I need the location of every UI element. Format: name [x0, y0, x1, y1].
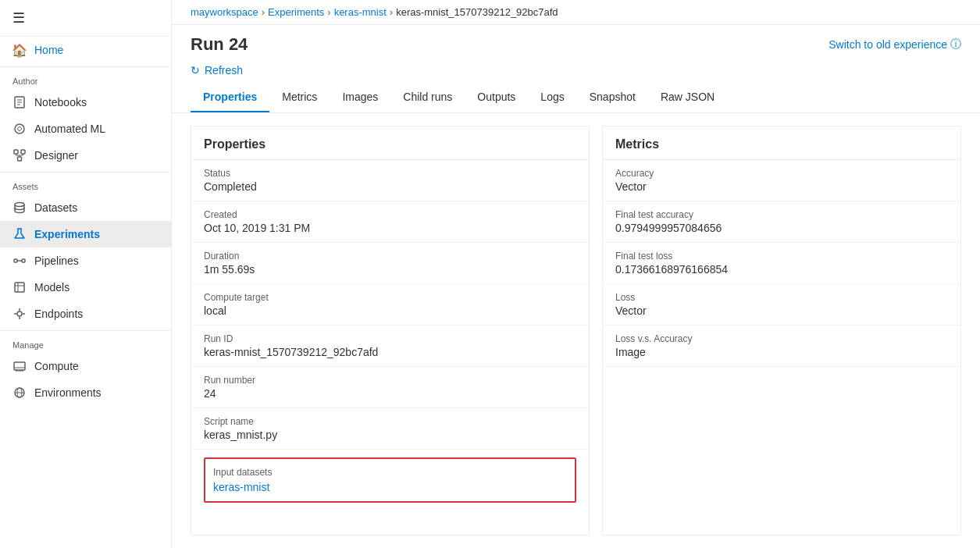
metric-row-loss-vs-accuracy: Loss v.s. Accuracy Image [603, 326, 960, 367]
svg-rect-5 [14, 150, 18, 154]
breadcrumb-current: keras-mnist_1570739212_92bc7afd [396, 6, 558, 18]
page-header: Run 24 Switch to old experience ⓘ [172, 25, 980, 61]
svg-rect-15 [14, 259, 17, 262]
switch-experience-label: Switch to old experience [829, 38, 947, 51]
breadcrumb-keras-mnist[interactable]: keras-mnist [334, 6, 387, 18]
metric-label-loss: Loss [615, 292, 948, 303]
sidebar-item-datasets[interactable]: Datasets [0, 194, 171, 221]
metric-row-loss: Loss Vector [603, 284, 960, 326]
metrics-panel-title: Metrics [603, 126, 960, 160]
input-datasets-box: Input datasets keras-mnist [204, 457, 576, 503]
prop-label-status: Status [204, 168, 576, 179]
breadcrumb-experiments[interactable]: Experiments [268, 6, 324, 18]
svg-rect-16 [22, 259, 25, 262]
metric-label-final-test-loss: Final test loss [615, 251, 948, 262]
prop-value-duration: 1m 55.69s [204, 263, 576, 276]
prop-row-run-number: Run number 24 [191, 367, 589, 408]
tabs-bar: Properties Metrics Images Child runs Out… [172, 83, 980, 113]
prop-row-run-id: Run ID keras-mnist_1570739212_92bc7afd [191, 326, 589, 367]
experiments-label: Experiments [34, 228, 100, 240]
properties-panel-title: Properties [191, 126, 589, 160]
sidebar-item-automated-ml[interactable]: Automated ML [0, 116, 171, 142]
switch-experience-link[interactable]: Switch to old experience ⓘ [829, 37, 961, 52]
metric-value-final-test-accuracy: 0.9794999957084656 [615, 222, 948, 234]
prop-value-run-number: 24 [204, 387, 576, 400]
breadcrumb-sep-3: › [390, 6, 393, 18]
home-label: Home [34, 44, 63, 56]
properties-panel: Properties Status Completed Created Oct … [191, 126, 590, 536]
svg-point-13 [15, 203, 24, 207]
sidebar-item-experiments[interactable]: Experiments [0, 221, 171, 247]
environments-label: Environments [34, 386, 102, 399]
breadcrumb: mayworkspace › Experiments › keras-mnist… [172, 0, 980, 25]
metric-value-loss-vs-accuracy: Image [615, 346, 948, 358]
pipelines-label: Pipelines [34, 254, 79, 267]
sidebar-item-pipelines[interactable]: Pipelines [0, 247, 171, 274]
sidebar: ☰ 🏠 Home Author Notebooks Automated ML D… [0, 0, 172, 548]
sidebar-divider-3 [0, 330, 171, 331]
input-datasets-label: Input datasets [213, 467, 567, 478]
designer-icon [12, 148, 27, 162]
page-title: Run 24 [191, 34, 248, 55]
models-icon [12, 280, 27, 294]
svg-rect-18 [15, 283, 24, 292]
metric-value-final-test-loss: 0.17366168976166854 [615, 263, 948, 276]
automated-ml-label: Automated ML [34, 123, 105, 135]
tab-images[interactable]: Images [330, 83, 390, 112]
manage-section-label: Manage [0, 334, 171, 353]
tab-child-runs[interactable]: Child runs [390, 83, 465, 112]
sidebar-item-endpoints[interactable]: Endpoints [0, 301, 171, 327]
metric-label-final-test-accuracy: Final test accuracy [615, 209, 948, 220]
tab-snapshot[interactable]: Snapshot [577, 83, 648, 112]
tab-metrics[interactable]: Metrics [269, 83, 330, 112]
pipelines-icon [12, 254, 27, 268]
sidebar-header: ☰ [0, 0, 171, 37]
prop-label-run-number: Run number [204, 375, 576, 386]
prop-value-status: Completed [204, 180, 576, 193]
sidebar-divider-1 [0, 66, 171, 67]
refresh-button[interactable]: ↻ Refresh [172, 61, 980, 83]
metrics-panel: Metrics Accuracy Vector Final test accur… [602, 126, 961, 536]
svg-rect-7 [18, 157, 22, 161]
tab-properties[interactable]: Properties [191, 83, 269, 112]
prop-label-script-name: Script name [204, 416, 576, 427]
metric-value-accuracy: Vector [615, 180, 948, 193]
metric-value-loss: Vector [615, 304, 948, 317]
sidebar-item-notebooks[interactable]: Notebooks [0, 89, 171, 116]
svg-rect-6 [21, 150, 25, 154]
prop-label-run-id: Run ID [204, 333, 576, 344]
sidebar-item-compute[interactable]: Compute [0, 353, 171, 379]
tab-logs[interactable]: Logs [528, 83, 576, 112]
metric-row-accuracy: Accuracy Vector [603, 160, 960, 201]
hamburger-icon[interactable]: ☰ [12, 9, 25, 27]
home-nav-item[interactable]: 🏠 Home [0, 37, 171, 63]
input-datasets-link[interactable]: keras-mnist [213, 481, 567, 493]
endpoints-icon [12, 307, 27, 321]
prop-value-compute-target: local [204, 304, 576, 317]
content-area: Properties Status Completed Created Oct … [172, 113, 980, 548]
refresh-icon: ↻ [191, 64, 200, 77]
sidebar-item-models[interactable]: Models [0, 274, 171, 301]
tab-outputs[interactable]: Outputs [465, 83, 528, 112]
prop-value-created: Oct 10, 2019 1:31 PM [204, 222, 576, 234]
metric-row-final-test-accuracy: Final test accuracy 0.9794999957084656 [603, 201, 960, 243]
sidebar-item-designer[interactable]: Designer [0, 142, 171, 169]
notebooks-label: Notebooks [34, 96, 87, 109]
compute-icon [12, 359, 27, 373]
sidebar-item-environments[interactable]: Environments [0, 379, 171, 406]
prop-value-run-id: keras-mnist_1570739212_92bc7afd [204, 346, 576, 358]
breadcrumb-sep-2: › [327, 6, 330, 18]
refresh-label: Refresh [205, 64, 243, 77]
notebooks-icon [12, 95, 27, 109]
tab-raw-json[interactable]: Raw JSON [648, 83, 727, 112]
switch-experience-icon: ⓘ [950, 37, 961, 52]
home-icon: 🏠 [12, 43, 27, 57]
designer-label: Designer [34, 149, 78, 162]
prop-row-status: Status Completed [191, 160, 589, 201]
metric-label-accuracy: Accuracy [615, 168, 948, 179]
automated-ml-icon [12, 122, 27, 136]
prop-row-compute-target: Compute target local [191, 284, 589, 326]
prop-value-script-name: keras_mnist.py [204, 429, 576, 441]
prop-row-duration: Duration 1m 55.69s [191, 243, 589, 284]
breadcrumb-workspace[interactable]: mayworkspace [191, 6, 258, 18]
